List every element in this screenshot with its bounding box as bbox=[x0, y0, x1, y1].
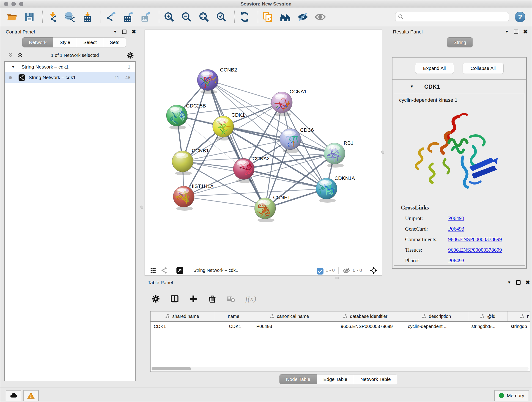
collection-expand-icon[interactable]: ▼ bbox=[11, 65, 15, 69]
hide-selected-icon[interactable] bbox=[297, 11, 309, 23]
split-columns-icon[interactable] bbox=[170, 294, 179, 303]
search-box[interactable] bbox=[395, 12, 509, 21]
fit-selection-crosshair-icon[interactable] bbox=[370, 267, 377, 274]
tab-sets[interactable]: Sets bbox=[103, 37, 126, 47]
table-row[interactable]: CDK1CDK1P064939606.ENSP00000378699cyclin… bbox=[151, 321, 530, 331]
zoom-in-icon[interactable] bbox=[163, 11, 175, 23]
entry-expand-icon[interactable]: ▼ bbox=[410, 84, 414, 89]
table-cell[interactable]: stringdb:9... bbox=[468, 321, 507, 331]
crosslink-row: Tissues:9606.ENSP00000378699 bbox=[401, 245, 525, 255]
tab-network[interactable]: Network bbox=[22, 37, 53, 47]
import-database-icon[interactable] bbox=[64, 11, 76, 23]
horizontal-scrollbar[interactable] bbox=[151, 367, 529, 371]
selected-node-edge-count: 1 - 0 bbox=[326, 268, 335, 273]
column-header[interactable]: name bbox=[214, 312, 253, 321]
tab-select[interactable]: Select bbox=[77, 37, 103, 47]
collapse-all-icon[interactable] bbox=[7, 52, 14, 59]
export-network-icon[interactable] bbox=[105, 11, 117, 23]
close-panel-icon[interactable]: ✖ bbox=[523, 29, 528, 34]
network-options-gear-icon[interactable] bbox=[126, 51, 134, 59]
protein-name: CDK1 bbox=[424, 83, 440, 90]
import-table-icon[interactable] bbox=[82, 11, 93, 23]
crosslink-link[interactable]: 9606.ENSP00000378699 bbox=[448, 236, 502, 242]
search-input[interactable] bbox=[404, 14, 501, 20]
column-header[interactable]: canonical name bbox=[253, 312, 326, 321]
zoom-out-icon[interactable] bbox=[181, 11, 192, 23]
network-canvas[interactable]: CCNB2CCNA1CDC25BCDK1CDC6RB1CCNB1CCNA2CDK… bbox=[145, 30, 382, 265]
home-icon[interactable] bbox=[280, 11, 291, 23]
expand-all-button[interactable]: Expand All bbox=[415, 63, 454, 74]
tab-style[interactable]: Style bbox=[53, 37, 77, 47]
show-grid-icon[interactable] bbox=[149, 267, 157, 274]
zoom-fit-icon[interactable] bbox=[198, 11, 210, 23]
show-all-icon[interactable] bbox=[315, 11, 326, 23]
refresh-icon[interactable] bbox=[239, 11, 250, 23]
gear-icon[interactable] bbox=[152, 294, 160, 303]
float-panel-icon[interactable] bbox=[122, 30, 127, 34]
save-icon[interactable] bbox=[24, 11, 35, 23]
table-cell[interactable]: CDK1 bbox=[151, 321, 214, 331]
close-panel-icon[interactable]: ✖ bbox=[526, 280, 530, 285]
crosslink-link[interactable]: P06493 bbox=[448, 216, 464, 221]
hidden-items-icon[interactable] bbox=[343, 267, 350, 274]
float-panel-icon[interactable] bbox=[516, 280, 520, 285]
crosslink-row: Uniprot:P06493 bbox=[401, 213, 525, 224]
function-builder-icon[interactable]: f(x) bbox=[245, 294, 256, 303]
left-splitter-grip[interactable] bbox=[140, 206, 143, 209]
table-cell[interactable]: CDK1 bbox=[214, 321, 253, 331]
window-title: Session: New Session bbox=[0, 1, 532, 7]
scrollbar-thumb[interactable] bbox=[152, 367, 191, 370]
column-header[interactable]: namespace bbox=[507, 312, 530, 321]
selected-items-checkbox[interactable] bbox=[317, 268, 322, 274]
column-header[interactable]: shared name bbox=[151, 312, 214, 321]
column-header[interactable]: @id bbox=[468, 312, 507, 321]
import-network-icon[interactable] bbox=[47, 11, 58, 23]
table-cell[interactable]: stringdb bbox=[507, 321, 530, 331]
detach-view-icon[interactable] bbox=[176, 267, 184, 274]
export-table-icon[interactable] bbox=[123, 11, 134, 23]
tab-network-table[interactable]: Network Table bbox=[354, 374, 398, 384]
table-cell[interactable]: cyclin-dependent ... bbox=[405, 321, 468, 331]
zoom-selected-icon[interactable] bbox=[215, 11, 227, 23]
network-row[interactable]: String Network – cdk1 11 48 bbox=[5, 72, 135, 83]
open-icon[interactable] bbox=[6, 11, 18, 23]
crosslink-label: Pharos: bbox=[401, 258, 448, 264]
tab-node-table[interactable]: Node Table bbox=[279, 374, 317, 384]
panel-menu-icon[interactable]: ▼ bbox=[507, 280, 511, 285]
close-panel-icon[interactable]: ✖ bbox=[132, 29, 136, 34]
warning-icon bbox=[27, 392, 35, 399]
tab-string[interactable]: String bbox=[447, 37, 473, 47]
delete-column-icon[interactable] bbox=[208, 294, 216, 303]
table-panel-title: Table Panel bbox=[148, 280, 173, 285]
network-view-footer: String Network – cdk1 1 - 0 0 - 0 bbox=[145, 265, 382, 275]
expand-all-icon[interactable] bbox=[17, 52, 24, 59]
copy-document-icon[interactable] bbox=[262, 11, 274, 23]
panel-menu-icon[interactable]: ▼ bbox=[113, 30, 117, 34]
column-header[interactable]: description bbox=[405, 312, 468, 321]
cloud-button[interactable] bbox=[6, 390, 21, 401]
delete-table-icon[interactable] bbox=[227, 294, 235, 303]
hidden-node-edge-count: 0 - 0 bbox=[353, 268, 362, 273]
tab-edge-table[interactable]: Edge Table bbox=[317, 374, 354, 384]
crosslink-link[interactable]: 9606.ENSP00000378699 bbox=[448, 247, 502, 253]
table-cell[interactable]: P06493 bbox=[253, 321, 326, 331]
crosslink-link[interactable]: P06493 bbox=[448, 258, 464, 264]
network-collection-row[interactable]: ▼ String Network – cdk1 1 bbox=[5, 62, 135, 72]
warnings-button[interactable] bbox=[23, 390, 39, 401]
application-window: Session: New Session ? Control Panel ▼ ✖… bbox=[0, 0, 532, 402]
toolbar-separator bbox=[159, 11, 159, 23]
panel-menu-icon[interactable]: ▼ bbox=[505, 30, 509, 34]
crosslink-link[interactable]: P06493 bbox=[448, 226, 464, 232]
table-cell[interactable]: 9606.ENSP00000378699 bbox=[326, 321, 405, 331]
network-list-toolbar: 1 of 1 Network selected bbox=[4, 50, 136, 60]
export-image-icon[interactable] bbox=[140, 11, 152, 23]
protein-entry-header[interactable]: ▼ CDK1 bbox=[393, 80, 526, 94]
add-column-icon[interactable] bbox=[189, 294, 198, 303]
help-button[interactable]: ? bbox=[515, 12, 525, 22]
memory-button[interactable]: Memory bbox=[494, 390, 529, 401]
collapse-all-button[interactable]: Collapse All bbox=[462, 63, 504, 74]
results-panel-title: Results Panel bbox=[393, 29, 423, 35]
right-splitter-grip[interactable] bbox=[381, 151, 384, 154]
column-header[interactable]: database identifier bbox=[326, 312, 405, 321]
float-panel-icon[interactable] bbox=[514, 30, 518, 34]
